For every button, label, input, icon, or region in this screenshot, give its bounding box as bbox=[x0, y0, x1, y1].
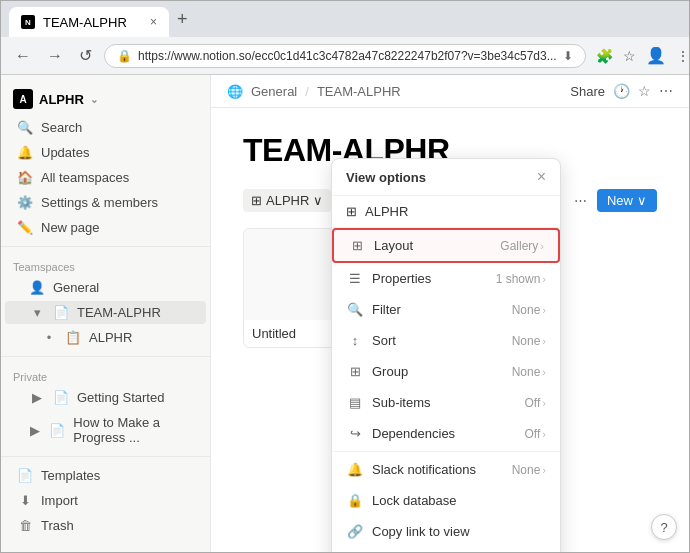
popup-item-slack[interactable]: 🔔 Slack notifications None › bbox=[332, 454, 560, 485]
sidebar-item-trash[interactable]: 🗑 Trash bbox=[5, 514, 206, 537]
workspace-selector[interactable]: A ALPHR ⌄ bbox=[1, 83, 210, 115]
sidebar-updates-label: Updates bbox=[41, 145, 89, 160]
sidebar-item-how-to[interactable]: ▶ 📄 How to Make a Progress ... bbox=[5, 411, 206, 449]
layout-icon: ⊞ bbox=[348, 238, 366, 253]
tab-close-button[interactable]: × bbox=[150, 15, 157, 29]
active-tab[interactable]: N TEAM-ALPHR × bbox=[9, 7, 169, 37]
download-icon: ⬇ bbox=[563, 49, 573, 63]
history-button[interactable]: 🕐 bbox=[613, 83, 630, 99]
dependencies-icon: ↪ bbox=[346, 426, 364, 441]
new-button-chevron-icon: ∨ bbox=[637, 193, 647, 208]
how-to-icon: 📄 bbox=[49, 423, 65, 438]
forward-button[interactable]: → bbox=[43, 45, 67, 67]
back-button[interactable]: ← bbox=[11, 45, 35, 67]
extensions-button[interactable]: 🧩 bbox=[594, 46, 615, 66]
popup-item-lock[interactable]: 🔒 Lock database bbox=[332, 485, 560, 516]
breadcrumb-separator: / bbox=[305, 84, 309, 99]
layout-chevron-icon: › bbox=[540, 240, 544, 252]
sort-chevron-icon: › bbox=[542, 335, 546, 347]
popup-item-dependencies[interactable]: ↪ Dependencies Off › bbox=[332, 418, 560, 449]
lock-icon: 🔒 bbox=[346, 493, 364, 508]
sidebar-item-settings[interactable]: ⚙️ Settings & members bbox=[5, 191, 206, 214]
popup-sort-value: None › bbox=[512, 334, 546, 348]
url-box[interactable]: 🔒 https://www.notion.so/ecc0c1d41c3c4782… bbox=[104, 44, 586, 68]
new-tab-button[interactable]: + bbox=[169, 5, 196, 34]
popup-item-subitems[interactable]: ▤ Sub-items Off › bbox=[332, 387, 560, 418]
lock-icon: 🔒 bbox=[117, 49, 132, 63]
sidebar-item-search[interactable]: 🔍 Search bbox=[5, 116, 206, 139]
popup-lock-label: Lock database bbox=[372, 493, 546, 508]
updates-icon: 🔔 bbox=[17, 145, 33, 160]
tab-favicon: N bbox=[21, 15, 35, 29]
refresh-button[interactable]: ↺ bbox=[75, 44, 96, 67]
new-button[interactable]: New ∨ bbox=[597, 189, 657, 212]
workspace-chevron-icon: ⌄ bbox=[90, 94, 98, 105]
popup-title: View options bbox=[346, 170, 426, 185]
new-button-label: New bbox=[607, 193, 633, 208]
view-selector-chevron-icon: ∨ bbox=[313, 193, 323, 208]
popup-dependencies-value: Off › bbox=[525, 427, 546, 441]
popup-header: View options × bbox=[332, 159, 560, 196]
browser-menu-button[interactable]: ⋮ bbox=[674, 46, 690, 66]
sidebar-import-label: Import bbox=[41, 493, 78, 508]
top-nav: 🌐 General / TEAM-ALPHR Share 🕐 ☆ ⋯ bbox=[211, 75, 689, 108]
private-section-label: Private bbox=[1, 363, 210, 385]
popup-view-name[interactable]: ⊞ ALPHR bbox=[332, 196, 560, 228]
popup-group-value: None › bbox=[512, 365, 546, 379]
getting-started-icon: 📄 bbox=[53, 390, 69, 405]
sidebar-item-general[interactable]: 👤 General bbox=[5, 276, 206, 299]
group-icon: ⊞ bbox=[346, 364, 364, 379]
popup-item-copy-link[interactable]: 🔗 Copy link to view bbox=[332, 516, 560, 547]
sidebar-getting-started-label: Getting Started bbox=[77, 390, 164, 405]
group-chevron-icon: › bbox=[542, 366, 546, 378]
sidebar-separator-2 bbox=[1, 356, 210, 357]
popup-layout-value: Gallery › bbox=[500, 239, 544, 253]
popup-item-filter[interactable]: 🔍 Filter None › bbox=[332, 294, 560, 325]
sidebar-item-updates[interactable]: 🔔 Updates bbox=[5, 141, 206, 164]
popup-copy-link-label: Copy link to view bbox=[372, 524, 546, 539]
profile-button[interactable]: 👤 bbox=[644, 44, 668, 67]
slack-icon: 🔔 bbox=[346, 462, 364, 477]
view-selector-icon: ⊞ bbox=[251, 193, 262, 208]
popup-item-group[interactable]: ⊞ Group None › bbox=[332, 356, 560, 387]
share-button[interactable]: Share bbox=[570, 84, 605, 99]
star-button[interactable]: ☆ bbox=[638, 83, 651, 99]
breadcrumb-current: TEAM-ALPHR bbox=[317, 84, 401, 99]
popup-item-layout[interactable]: ⊞ Layout Gallery › bbox=[332, 228, 560, 263]
popup-close-button[interactable]: × bbox=[537, 169, 546, 185]
import-icon: ⬇ bbox=[17, 493, 33, 508]
popup-slack-label: Slack notifications bbox=[372, 462, 512, 477]
popup-divider-1 bbox=[332, 451, 560, 452]
filter-chevron-icon: › bbox=[542, 304, 546, 316]
breadcrumb-general[interactable]: General bbox=[251, 84, 297, 99]
sidebar-item-team-alphr[interactable]: ▾ 📄 TEAM-ALPHR bbox=[5, 301, 206, 324]
sidebar-item-new-page[interactable]: ✏️ New page bbox=[5, 216, 206, 239]
page-icon: 📄 bbox=[53, 305, 69, 320]
popup-item-sort[interactable]: ↕ Sort None › bbox=[332, 325, 560, 356]
url-text: https://www.notion.so/ecc0c1d41c3c4782a4… bbox=[138, 49, 557, 63]
teamspaces-icon: 🏠 bbox=[17, 170, 33, 185]
app-layout: A ALPHR ⌄ 🔍 Search 🔔 Updates 🏠 All teams… bbox=[1, 75, 689, 552]
properties-chevron-icon: › bbox=[542, 273, 546, 285]
templates-icon: 📄 bbox=[17, 468, 33, 483]
dependencies-chevron-icon: › bbox=[542, 428, 546, 440]
sidebar-item-alphr[interactable]: • 📋 ALPHR bbox=[5, 326, 206, 349]
workspace-name: ALPHR bbox=[39, 92, 84, 107]
view-selector[interactable]: ⊞ ALPHR ∨ bbox=[243, 189, 331, 212]
subitems-icon: ▤ bbox=[346, 395, 364, 410]
address-bar: ← → ↺ 🔒 https://www.notion.so/ecc0c1d41c… bbox=[1, 37, 689, 75]
more-options-button[interactable]: ⋯ bbox=[570, 191, 591, 210]
sidebar-item-getting-started[interactable]: ▶ 📄 Getting Started bbox=[5, 386, 206, 409]
popup-view-name-label: ALPHR bbox=[365, 204, 408, 219]
help-button[interactable]: ? bbox=[651, 514, 677, 540]
sidebar-item-all-teamspaces[interactable]: 🏠 All teamspaces bbox=[5, 166, 206, 189]
subitems-chevron-icon: › bbox=[542, 397, 546, 409]
sidebar-item-import[interactable]: ⬇ Import bbox=[5, 489, 206, 512]
popup-layout-label: Layout bbox=[374, 238, 500, 253]
popup-item-properties[interactable]: ☰ Properties 1 shown › bbox=[332, 263, 560, 294]
page-menu-button[interactable]: ⋯ bbox=[659, 83, 673, 99]
popup-item-duplicate[interactable]: ⧉ Duplicate view bbox=[332, 547, 560, 552]
bookmark-button[interactable]: ☆ bbox=[621, 46, 638, 66]
address-bar-actions: 🧩 ☆ 👤 ⋮ bbox=[594, 44, 690, 67]
sidebar-item-templates[interactable]: 📄 Templates bbox=[5, 464, 206, 487]
